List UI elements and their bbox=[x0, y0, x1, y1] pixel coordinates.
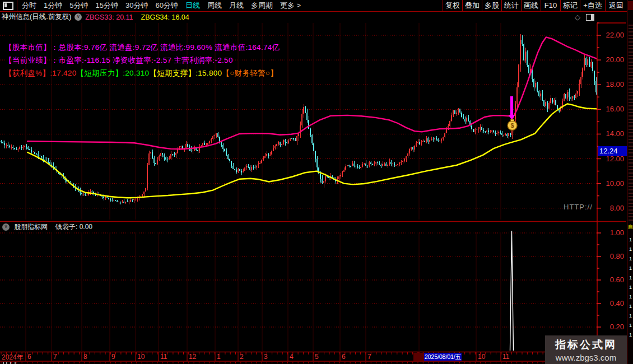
period-menu: 分时1分钟5分钟15分钟30分钟60分钟日线周线月线多周期更多 > bbox=[17, 1, 301, 11]
toolbar-button[interactable]: 统计 bbox=[501, 0, 521, 11]
y-axis-tick: 16.00 bbox=[598, 105, 624, 113]
month-label: 11 bbox=[502, 353, 509, 361]
signal-segment: 【○财务轻警○】 bbox=[222, 69, 278, 77]
signal-segment: 【短期支撑】:15.800 bbox=[149, 69, 222, 77]
http-watermark: HTTP:// bbox=[564, 203, 593, 211]
month-label: 2 bbox=[240, 353, 244, 361]
period-item[interactable]: 60分钟 bbox=[155, 1, 178, 11]
right-side-strip[interactable]: 自 11111111111 bbox=[627, 0, 633, 364]
month-label: 4 bbox=[290, 353, 294, 361]
month-label: 12 bbox=[189, 353, 196, 361]
toolbar-button[interactable]: 画线 bbox=[521, 0, 541, 11]
period-item[interactable]: 1分钟 bbox=[44, 1, 62, 11]
y-axis-tick: 0.60 bbox=[598, 276, 624, 284]
collapse-chevron-icon[interactable]: ∨ bbox=[2, 223, 10, 231]
info-line-capital: 【股本市值】：总股本:9.76亿 流通盘:9.72亿 流通比:99.60% 流通… bbox=[4, 41, 280, 54]
strip-ones-column: 11111111111 bbox=[629, 235, 632, 340]
period-item[interactable]: 更多 > bbox=[280, 1, 301, 11]
chevron-down-icon[interactable]: ∨ bbox=[75, 13, 82, 21]
y-axis-tick: 0.80 bbox=[598, 252, 624, 260]
month-label: 8 bbox=[83, 353, 87, 361]
strip-top-block bbox=[628, 1, 633, 10]
svg-text:$: $ bbox=[510, 122, 514, 129]
strip-glyph-texture bbox=[629, 25, 633, 221]
month-label: 10 bbox=[478, 353, 485, 361]
period-item[interactable]: 日线 bbox=[185, 1, 200, 11]
y-axis-tick: 20.00 bbox=[598, 55, 624, 64]
toolbar-button[interactable]: 返回 bbox=[605, 0, 627, 11]
fundamentals-overlay: 【股本市值】：总股本:9.76亿 流通盘:9.72亿 流通比:99.60% 流通… bbox=[4, 41, 280, 80]
toolbar-button[interactable]: +自选 bbox=[580, 0, 605, 11]
layout-toggle[interactable] bbox=[0, 0, 17, 11]
period-item[interactable]: 15分钟 bbox=[95, 1, 118, 11]
sub-source-label: 股朋指标网 bbox=[14, 222, 48, 232]
signal-segment: 【获利盘%】:17.420 bbox=[4, 69, 76, 77]
indicator-zbgs34: ZBGS34: 16.04 bbox=[141, 13, 189, 21]
toolbar-button[interactable]: F10 bbox=[541, 0, 560, 11]
split-window-icon[interactable] bbox=[586, 14, 594, 21]
info-line-signals: 【获利盘%】:17.420【短期压力】:20.310【短期支撑】:15.800【… bbox=[4, 67, 280, 80]
stock-title: 神州信息(日线.前复权) bbox=[0, 12, 71, 22]
month-label: 1 bbox=[217, 353, 221, 361]
y-axis-tick: 0.40 bbox=[598, 299, 624, 307]
window-layout-icon bbox=[3, 2, 13, 10]
period-item[interactable]: 月线 bbox=[229, 1, 244, 11]
y-axis-tick: 1.00 bbox=[598, 228, 624, 237]
toolbar-button[interactable]: 叠加 bbox=[462, 0, 482, 11]
month-label: 11 bbox=[160, 353, 167, 361]
strip-char: 自 bbox=[628, 223, 633, 231]
month-label: 3 bbox=[264, 353, 268, 361]
period-item[interactable]: 30分钟 bbox=[125, 1, 148, 11]
period-item[interactable]: 分时 bbox=[22, 1, 36, 11]
sub-panel-header: ∨ 股朋指标网 钱袋子: 0.00 bbox=[0, 222, 597, 232]
y-axis-tick: 8.00 bbox=[598, 204, 624, 212]
toolbar-buttons: 复权叠加多股统计画线F10标记+自选返回 bbox=[443, 0, 627, 11]
y-axis-tick: 10.00 bbox=[598, 179, 624, 188]
app-window: $ 分时1分钟5分钟15分钟30分钟60分钟日线周线月线多周期更多 > 复权叠加… bbox=[0, 0, 633, 364]
y-axis-tick: 18.00 bbox=[598, 80, 624, 88]
site-watermark-box: 指标公式网 www.zbgs3.com bbox=[545, 335, 627, 364]
toolbar-button[interactable]: 多股 bbox=[482, 0, 501, 11]
y-axis-tick: 0.20 bbox=[598, 323, 624, 331]
month-label: 5 bbox=[315, 353, 319, 361]
period-item[interactable]: 多周期 bbox=[251, 1, 273, 11]
last-price-box: 12.24 bbox=[598, 146, 627, 156]
month-label: 7 bbox=[367, 353, 371, 361]
year-label: 2024年 bbox=[2, 353, 24, 362]
period-item[interactable]: 周线 bbox=[207, 1, 222, 11]
toolbar-button[interactable]: 标记 bbox=[560, 0, 580, 11]
sub-indicator-value: 钱袋子: 0.00 bbox=[55, 222, 92, 232]
y-axis-tick: 14.00 bbox=[598, 129, 624, 138]
signal-segment: 【短期压力】:20.310 bbox=[76, 69, 149, 77]
indicator-zbgs33: ZBGS33: 20.11 bbox=[85, 13, 133, 21]
month-label: 9 bbox=[111, 353, 115, 361]
period-item[interactable]: 5分钟 bbox=[69, 1, 88, 11]
watermark-title: 指标公式网 bbox=[555, 338, 617, 352]
watermark-url: www.zbgs3.com bbox=[556, 353, 616, 362]
covered-month-cell bbox=[413, 353, 424, 361]
date-highlight[interactable]: 2025/08/01/五 bbox=[424, 353, 462, 361]
stock-header: 神州信息(日线.前复权) ∨ ZBGS33: 20.11 ZBGS34: 16.… bbox=[0, 12, 627, 22]
info-line-earnings: 【当前业绩】：市盈率:-116.15 净资收益率:-2.57 主营利润率:-2.… bbox=[4, 54, 280, 67]
month-label: 6 bbox=[27, 353, 31, 361]
month-label: 7 bbox=[53, 353, 57, 361]
toolbar-button[interactable]: 复权 bbox=[443, 0, 462, 11]
month-label: 6 bbox=[342, 353, 346, 361]
diamond-icon[interactable]: ◇ bbox=[575, 13, 580, 21]
top-toolbar: 分时1分钟5分钟15分钟30分钟60分钟日线周线月线多周期更多 > 复权叠加多股… bbox=[0, 0, 627, 12]
y-axis-tick: 22.00 bbox=[598, 31, 624, 39]
month-label: 10 bbox=[137, 353, 145, 361]
